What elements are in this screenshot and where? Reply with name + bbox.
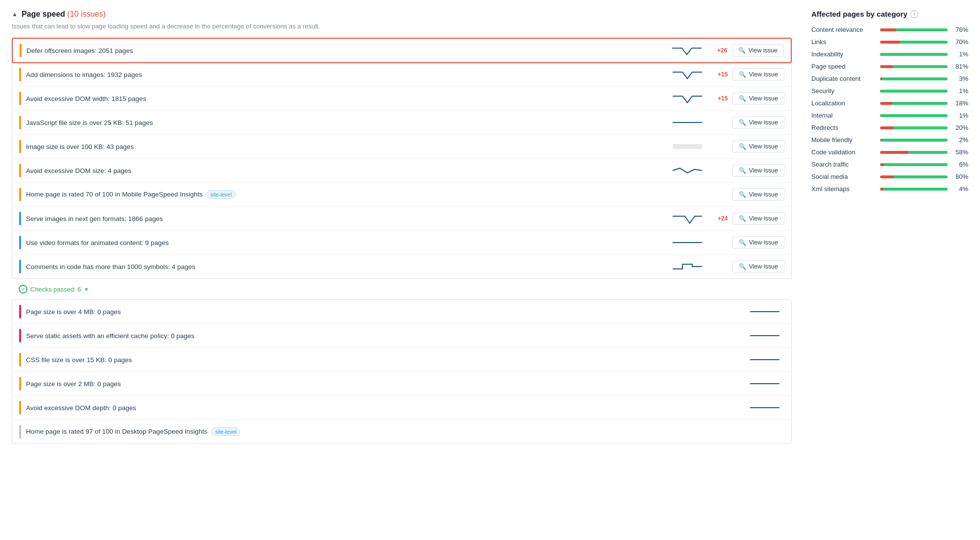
info-icon[interactable]: i [910, 10, 918, 18]
view-issue-label: View issue [749, 215, 778, 222]
category-bar-green [883, 188, 948, 191]
search-icon: 🔍 [739, 215, 746, 222]
issue-indicator [19, 353, 21, 367]
issue-text: JavaScript file size is over 25 KB: 51 p… [26, 119, 663, 126]
checks-passed-label: Checks passed: 6 [30, 286, 81, 293]
category-pct: 1% [953, 87, 968, 95]
chevron-up-icon: ▲ [12, 11, 18, 18]
category-pct: 80% [953, 173, 968, 180]
search-icon: 🔍 [738, 47, 746, 54]
category-bar-green [893, 65, 948, 68]
site-level-badge: site-level [211, 427, 240, 436]
category-name: Mobile friendly [811, 136, 875, 144]
category-bar-red [880, 65, 893, 68]
category-pct: 81% [953, 63, 968, 70]
view-issue-label: View issue [749, 119, 778, 126]
issue-indicator [20, 44, 22, 57]
issue-indicator [19, 329, 21, 343]
category-name: Links [811, 38, 875, 46]
view-issue-button[interactable]: 🔍View issue [732, 164, 784, 177]
category-pct: 70% [953, 38, 968, 46]
category-pct: 76% [953, 26, 968, 33]
category-name: Redirects [811, 124, 875, 131]
checks-passed[interactable]: ✓ Checks passed: 6 ▼ [12, 279, 792, 299]
passed-issue-row: Home page is rated 97 of 100 in Desktop … [12, 420, 791, 443]
passed-issue-row: Serve static assets with an efficient ca… [12, 324, 791, 348]
view-issue-button[interactable]: 🔍View issue [732, 236, 784, 249]
issue-row: Comments in code has more than 1000 symb… [12, 255, 791, 278]
issues-count: (10 issues) [67, 10, 105, 18]
view-issue-button[interactable]: 🔍View issue [732, 44, 784, 57]
category-bar-red [880, 163, 884, 166]
search-icon: 🔍 [739, 191, 746, 198]
issue-text: Home page is rated 70 of 100 in Mobile P… [26, 190, 663, 199]
issue-text: Comments in code has more than 1000 symb… [26, 263, 663, 270]
issue-row: JavaScript file size is over 25 KB: 51 p… [12, 111, 791, 135]
sidebar-title: Affected pages by category i [811, 10, 968, 18]
category-row: Xml sitemaps4% [811, 185, 968, 193]
search-icon: 🔍 [739, 239, 746, 246]
categories-list: Content relevance76%Links70%Indexability… [811, 26, 968, 193]
category-name: Social media [811, 173, 875, 180]
category-bar-green [880, 114, 948, 117]
issue-text: CSS file size is over 15 KB: 0 pages [26, 356, 740, 364]
category-bar-green [881, 139, 948, 142]
change-badge: +15 [712, 71, 728, 78]
issue-row: Avoid excessive DOM width: 1815 pages+15… [12, 87, 791, 111]
category-name: Content relevance [811, 26, 875, 33]
category-bar-green [894, 175, 948, 178]
category-bar [880, 188, 948, 191]
issue-row: Avoid excessive DOM size: 4 pages🔍View i… [12, 159, 791, 183]
passed-issues-list: Page size is over 4 MB: 0 pagesServe sta… [12, 299, 792, 444]
issue-indicator [19, 377, 21, 391]
view-issue-button[interactable]: 🔍View issue [732, 260, 784, 273]
category-row: Page speed81% [811, 63, 968, 70]
issue-text: Defer offscreen images: 2051 pages [26, 47, 662, 54]
category-bar [880, 163, 948, 166]
view-issue-button[interactable]: 🔍View issue [732, 92, 784, 105]
search-icon: 🔍 [739, 143, 746, 150]
category-bar [880, 175, 948, 178]
view-issue-label: View issue [749, 263, 778, 270]
issue-indicator [19, 305, 21, 319]
category-bar-green [900, 41, 948, 44]
issue-indicator [19, 425, 21, 439]
issue-indicator [19, 140, 21, 153]
view-issue-button[interactable]: 🔍View issue [732, 140, 784, 153]
section-title: Page speed (10 issues) [22, 10, 106, 19]
issue-indicator [19, 260, 21, 273]
issue-indicator [19, 116, 21, 129]
view-issue-label: View issue [749, 239, 778, 246]
issue-text: Use video formats for animated content: … [26, 239, 663, 246]
issue-row: Image size is over 100 KB: 43 pages🔍View… [12, 135, 791, 159]
category-bar-red [880, 151, 908, 154]
issue-indicator [19, 164, 21, 177]
category-bar [880, 114, 948, 117]
category-bar-green [880, 53, 948, 56]
view-issue-button[interactable]: 🔍View issue [732, 68, 784, 81]
passed-issue-row: Page size is over 2 MB: 0 pages [12, 372, 791, 396]
issue-indicator [19, 212, 21, 225]
sidebar: Affected pages by category i Content rel… [811, 10, 968, 444]
category-row: Links70% [811, 38, 968, 46]
category-row: Mobile friendly2% [811, 136, 968, 144]
category-row: Search traffic6% [811, 161, 968, 168]
category-pct: 18% [953, 99, 968, 107]
issues-list: Defer offscreen images: 2051 pages+26🔍Vi… [12, 38, 792, 279]
category-bar [880, 28, 948, 31]
category-bar-green [882, 77, 948, 80]
view-issue-label: View issue [749, 167, 778, 174]
change-badge: +24 [712, 215, 728, 222]
view-issue-button[interactable]: 🔍View issue [732, 116, 784, 129]
view-issue-button[interactable]: 🔍View issue [732, 212, 784, 225]
category-bar-green [892, 102, 948, 105]
view-issue-button[interactable]: 🔍View issue [732, 188, 784, 201]
passed-issue-row: Page size is over 4 MB: 0 pages [12, 300, 791, 324]
category-bar-green [896, 28, 948, 31]
sparkline [668, 69, 707, 80]
view-issue-label: View issue [749, 71, 778, 78]
category-bar [880, 126, 948, 129]
issue-text: Avoid excessive DOM depth: 0 pages [26, 404, 740, 412]
issue-text: Avoid excessive DOM size: 4 pages [26, 167, 663, 174]
view-issue-label: View issue [748, 47, 778, 54]
